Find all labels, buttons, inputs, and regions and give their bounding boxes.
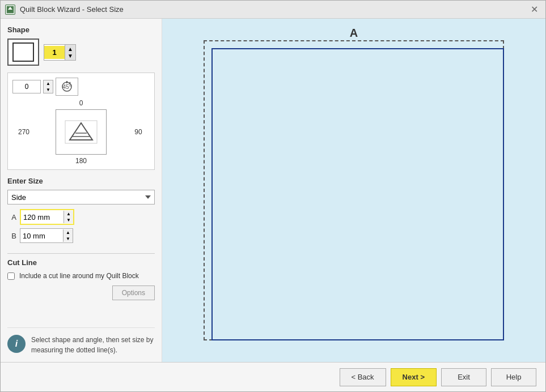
window-title: Quilt Block Wizard - Select Size — [20, 5, 124, 14]
close-button[interactable]: ✕ — [527, 3, 541, 16]
angle-down[interactable]: ▼ — [44, 87, 53, 93]
back-button[interactable]: < Back — [340, 368, 386, 386]
angle-left-label: 270 — [18, 128, 29, 136]
angle-bottom-label: 180 — [75, 157, 87, 165]
enter-size-section: Enter Size Side Width Height A ▲ ▼ — [7, 177, 155, 246]
enter-size-label: Enter Size — [7, 177, 155, 185]
size-input-a[interactable] — [21, 210, 64, 224]
size-mode-dropdown[interactable]: Side Width Height — [7, 190, 155, 204]
size-row-b: B ▲ ▼ — [7, 228, 155, 243]
main-window: Quilt Block Wizard - Select Size ✕ Shape… — [0, 0, 546, 392]
shape-number: 1 — [44, 46, 65, 59]
cut-line-section: Cut Line Include a cut line around my Qu… — [7, 253, 155, 300]
size-input-a-wrap: ▲ ▼ — [20, 209, 74, 225]
shape-selector: 1 ▲ ▼ — [44, 44, 76, 61]
angle-input-row: ▲ ▼ 45° — [12, 78, 150, 96]
shape-label: Shape — [7, 25, 155, 34]
info-icon: i — [7, 335, 26, 353]
angle-right-label: 90 — [134, 128, 142, 136]
size-a-up[interactable]: ▲ — [64, 211, 73, 217]
solid-rect — [211, 48, 504, 340]
info-text: Select shape and angle, then set size by… — [31, 335, 155, 355]
angle-grid: 0 270 90 180 — [12, 99, 150, 165]
size-input-b-wrap: ▲ ▼ — [20, 228, 73, 243]
angle-up[interactable]: ▲ — [44, 80, 53, 87]
angle-section: ▲ ▼ 45° 0 — [7, 73, 155, 170]
dimension-a-label: A — [204, 27, 504, 40]
bottom-bar: < Back Next > Exit Help — [1, 362, 545, 391]
size-b-spinner[interactable]: ▲ ▼ — [63, 229, 73, 242]
rotate-45-button[interactable]: 45° — [56, 78, 78, 96]
size-a-down[interactable]: ▼ — [64, 217, 73, 223]
cut-line-title: Cut Line — [7, 253, 155, 267]
angle-display[interactable] — [56, 109, 107, 155]
app-icon — [5, 5, 15, 15]
size-input-b[interactable] — [20, 229, 63, 242]
quilt-preview: A — [204, 40, 504, 340]
size-b-down[interactable]: ▼ — [64, 236, 73, 242]
field-a-label: A — [7, 213, 16, 221]
title-bar-left: Quilt Block Wizard - Select Size — [5, 5, 124, 15]
angle-input[interactable] — [12, 80, 41, 93]
svg-rect-1 — [13, 43, 33, 61]
shape-row: 1 ▲ ▼ — [7, 39, 155, 66]
shape-up-arrow[interactable]: ▲ — [67, 46, 73, 52]
exit-button[interactable]: Exit — [441, 368, 486, 386]
shape-preview — [7, 39, 39, 66]
angle-top-label: 0 — [79, 99, 83, 107]
main-content: Shape 1 ▲ ▼ — [1, 19, 545, 362]
shape-down-arrow[interactable]: ▼ — [67, 53, 73, 59]
angle-spinner[interactable]: ▲ ▼ — [43, 80, 53, 93]
size-b-up[interactable]: ▲ — [64, 229, 73, 236]
cut-line-checkbox-label: Include a cut line around my Quilt Block — [19, 271, 139, 281]
help-button[interactable]: Help — [491, 368, 536, 386]
svg-text:45°: 45° — [62, 84, 71, 90]
options-button[interactable]: Options — [112, 286, 155, 300]
left-panel: Shape 1 ▲ ▼ — [1, 19, 162, 362]
shape-spinner[interactable]: ▲ ▼ — [65, 45, 75, 60]
size-a-spinner[interactable]: ▲ ▼ — [64, 211, 73, 223]
next-button[interactable]: Next > — [391, 368, 437, 386]
info-row: i Select shape and angle, then set size … — [7, 327, 155, 355]
field-b-label: B — [7, 232, 16, 240]
shape-section: Shape 1 ▲ ▼ — [7, 25, 155, 66]
cut-line-checkbox[interactable] — [7, 272, 15, 280]
size-row-a: A ▲ ▼ — [7, 209, 155, 225]
title-bar: Quilt Block Wizard - Select Size ✕ — [1, 1, 545, 19]
cut-line-checkbox-row: Include a cut line around my Quilt Block — [7, 271, 155, 281]
preview-panel: A — [162, 19, 545, 362]
